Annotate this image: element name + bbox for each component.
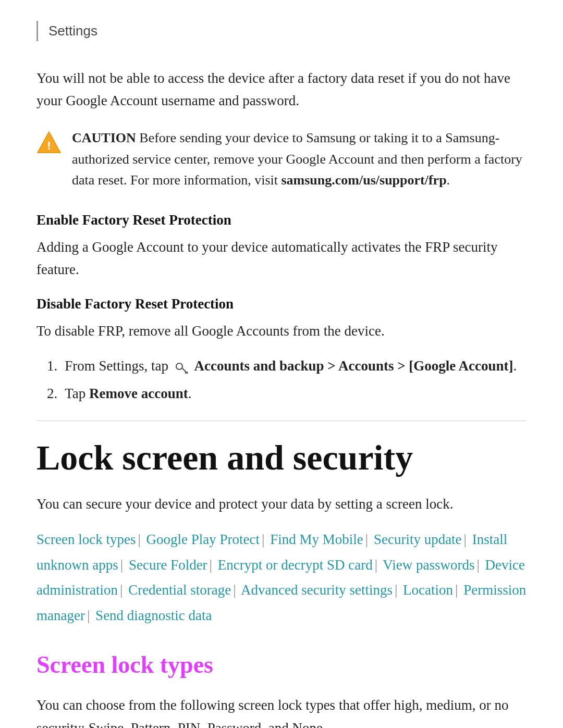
settings-header: Settings xyxy=(36,21,527,41)
link-find-my-mobile[interactable]: Find My Mobile xyxy=(270,532,363,547)
enable-frp-text: Adding a Google Account to your device a… xyxy=(36,236,527,281)
screen-lock-intro-text: You can choose from the following screen… xyxy=(36,694,527,728)
intro-paragraph: You will not be able to access the devic… xyxy=(36,67,527,112)
caution-box: ! CAUTION Before sending your device to … xyxy=(36,128,527,191)
link-credential-storage[interactable]: Credential storage xyxy=(128,582,231,598)
link-secure-folder[interactable]: Secure Folder xyxy=(129,557,207,573)
caution-label: CAUTION xyxy=(72,130,136,145)
key-icon xyxy=(174,360,189,375)
link-location[interactable]: Location xyxy=(403,582,453,598)
screen-lock-section-title: Screen lock types xyxy=(36,647,527,683)
links-section: Screen lock types| Google Play Protect| … xyxy=(36,527,527,628)
enable-frp-heading: Enable Factory Reset Protection xyxy=(36,209,527,231)
chapter-intro: You can secure your device and protect y… xyxy=(36,493,527,515)
disable-frp-text: To disable FRP, remove all Google Accoun… xyxy=(36,320,527,342)
step-2: 2. Tap Remove account. xyxy=(47,382,527,405)
svg-point-2 xyxy=(176,363,182,369)
chapter-title: Lock screen and security xyxy=(36,437,527,479)
link-view-passwords[interactable]: View passwords xyxy=(383,557,474,573)
settings-label: Settings xyxy=(48,23,97,39)
link-send-diagnostic[interactable]: Send diagnostic data xyxy=(95,608,212,623)
divider xyxy=(36,421,527,421)
disable-frp-steps: 1. From Settings, tap Accounts and backu… xyxy=(47,355,527,405)
caution-icon: ! xyxy=(36,130,62,155)
caution-text: CAUTION Before sending your device to Sa… xyxy=(72,128,527,191)
step-1: 1. From Settings, tap Accounts and backu… xyxy=(47,355,527,377)
link-google-play-protect[interactable]: Google Play Protect xyxy=(146,532,260,547)
svg-text:!: ! xyxy=(47,139,51,152)
link-encrypt-sd[interactable]: Encrypt or decrypt SD card xyxy=(218,557,373,573)
link-advanced-security[interactable]: Advanced security settings xyxy=(241,582,393,598)
page-container: Settings You will not be able to access … xyxy=(0,0,563,728)
disable-frp-heading: Disable Factory Reset Protection xyxy=(36,293,527,315)
link-screen-lock-types[interactable]: Screen lock types xyxy=(36,532,136,547)
link-security-update[interactable]: Security update xyxy=(374,532,462,547)
